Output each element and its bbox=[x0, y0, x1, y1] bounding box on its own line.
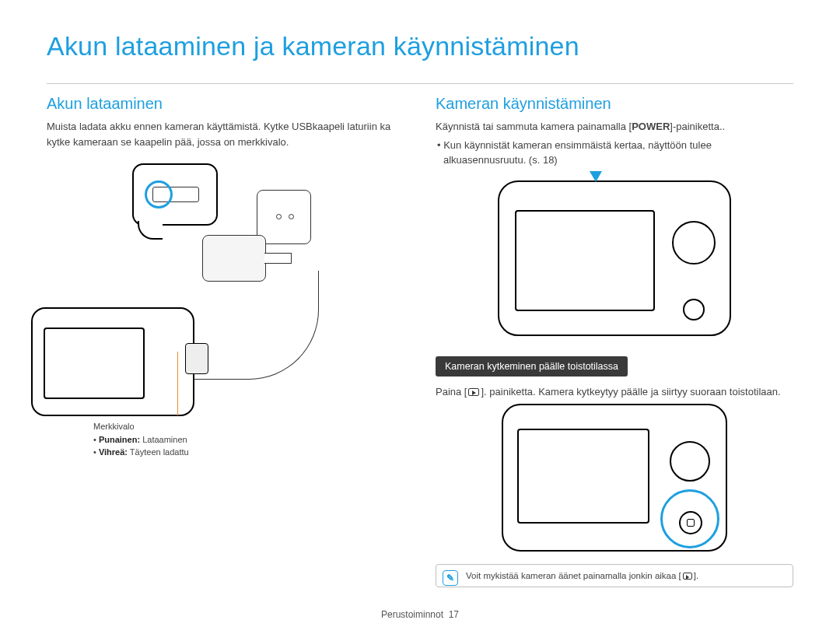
right-column: Kameran käynnistäminen Käynnistä tai sam… bbox=[436, 95, 793, 587]
camera-playback-illustration bbox=[502, 404, 727, 552]
press-paragraph: Paina []. painiketta. Kamera kytkeytyy p… bbox=[436, 384, 793, 400]
page-footer: Perustoiminnot 17 bbox=[0, 609, 840, 620]
left-heading: Akun lataaminen bbox=[47, 95, 404, 113]
camera-power-illustration bbox=[498, 180, 731, 336]
subsection-band: Kameran kytkeminen päälle toistotilassa bbox=[436, 356, 628, 377]
note-icon: ✎ bbox=[443, 570, 458, 586]
left-column: Akun lataaminen Muista ladata akku ennen… bbox=[47, 95, 404, 587]
playback-icon bbox=[683, 573, 692, 580]
highlight-ring-icon bbox=[660, 489, 719, 548]
wall-socket-icon bbox=[257, 190, 311, 244]
legend-green: • Vihreä: Täyteen ladattu bbox=[93, 446, 189, 459]
divider bbox=[47, 83, 793, 84]
note-box: ✎ Voit mykistää kameran äänet painamalla… bbox=[436, 564, 793, 587]
legend-red: • Punainen: Lataaminen bbox=[93, 433, 189, 447]
camera-back-icon bbox=[31, 307, 194, 416]
right-bullet: Kun käynnistät kameran ensimmäistä kerta… bbox=[436, 138, 793, 168]
page-title: Akun lataaminen ja kameran käynnistämine… bbox=[47, 31, 793, 61]
highlight-ring-icon bbox=[145, 180, 173, 208]
led-legend: Merkkivalo • Punainen: Lataaminen • Vihr… bbox=[93, 420, 189, 459]
charging-illustration: Merkkivalo • Punainen: Lataaminen • Vihr… bbox=[47, 163, 389, 443]
led-pointer-line bbox=[177, 352, 178, 415]
legend-title: Merkkivalo bbox=[93, 420, 189, 433]
usb-callout-bubble bbox=[132, 163, 218, 226]
left-paragraph: Muista ladata akku ennen kameran käyttäm… bbox=[47, 119, 404, 149]
playback-icon bbox=[468, 388, 479, 396]
right-heading: Kameran käynnistäminen bbox=[436, 95, 793, 113]
power-arrow-icon bbox=[590, 171, 602, 182]
right-paragraph: Käynnistä tai sammuta kamera painamalla … bbox=[436, 119, 793, 135]
